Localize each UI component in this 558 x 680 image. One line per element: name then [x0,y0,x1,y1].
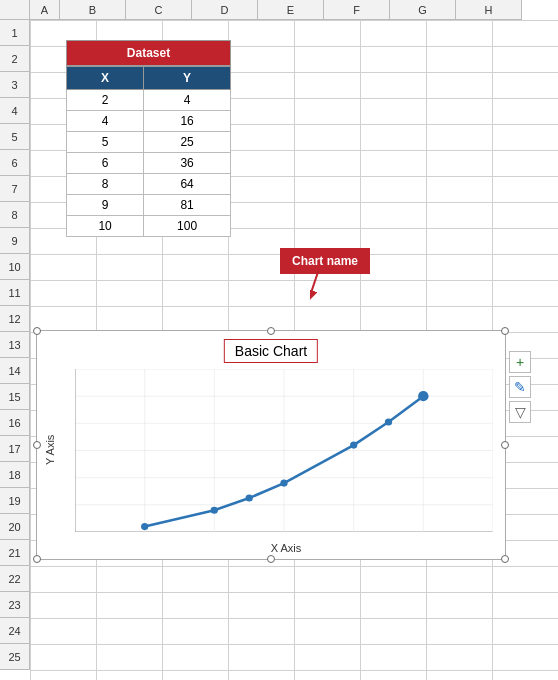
row-header-20[interactable]: 20 [0,514,30,540]
row-header-14[interactable]: 14 [0,358,30,384]
table-row: 2 4 [67,90,231,111]
table-row: 9 81 [67,195,231,216]
col-y-header: Y [144,67,231,90]
row-header-24[interactable]: 24 [0,618,30,644]
chart-brush-button[interactable]: ✎ [509,376,531,398]
cell-y6[interactable]: 100 [144,216,231,237]
cell-y3[interactable]: 36 [144,153,231,174]
data-point-4[interactable] [350,442,357,449]
cell-x4[interactable]: 8 [67,174,144,195]
row-header-23[interactable]: 23 [0,592,30,618]
annotation-arrow-svg [310,266,350,301]
dataset-container: Dataset X Y 2 4 4 16 5 25 [66,40,231,237]
handle-top-right[interactable] [501,327,509,335]
row-header-3[interactable]: 3 [0,72,30,98]
table-row: 5 25 [67,132,231,153]
cell-x1[interactable]: 4 [67,111,144,132]
cell-y2[interactable]: 25 [144,132,231,153]
cell-x3[interactable]: 6 [67,153,144,174]
y-axis-label: Y Axis [42,371,57,529]
chart-title[interactable]: Basic Chart [224,339,318,363]
row-header-22[interactable]: 22 [0,566,30,592]
col-header-f[interactable]: F [324,0,390,20]
cell-x2[interactable]: 5 [67,132,144,153]
row-header-1[interactable]: 1 [0,20,30,46]
handle-mid-right[interactable] [501,441,509,449]
row-header-2[interactable]: 2 [0,46,30,72]
data-table: X Y 2 4 4 16 5 25 6 36 [66,66,231,237]
handle-bot-mid[interactable] [267,555,275,563]
col-header-b[interactable]: B [60,0,126,20]
cell-y5[interactable]: 81 [144,195,231,216]
col-header-g[interactable]: G [390,0,456,20]
data-point-2[interactable] [246,494,253,501]
table-row: 8 64 [67,174,231,195]
col-header-d[interactable]: D [192,0,258,20]
row-header-10[interactable]: 10 [0,254,30,280]
row-header-9[interactable]: 9 [0,228,30,254]
x-axis-label: X Axis [77,542,495,554]
chart-add-button[interactable]: + [509,351,531,373]
handle-bot-right[interactable] [501,555,509,563]
handle-bot-left[interactable] [33,555,41,563]
data-point-1[interactable] [211,507,218,514]
row-header-21[interactable]: 21 [0,540,30,566]
row-header-15[interactable]: 15 [0,384,30,410]
cell-y0[interactable]: 4 [144,90,231,111]
row-header-25[interactable]: 25 [0,644,30,670]
spreadsheet: A B C D E F G H 1 2 3 4 5 6 7 8 9 10 11 … [0,0,558,680]
handle-mid-left[interactable] [33,441,41,449]
row-header-4[interactable]: 4 [0,98,30,124]
row-header-16[interactable]: 16 [0,410,30,436]
row-header-7[interactable]: 7 [0,176,30,202]
chart-svg: 0 20 40 60 80 100 120 0 2 4 6 8 10 12 [75,369,493,532]
data-point-0[interactable] [141,523,148,530]
row-header-17[interactable]: 17 [0,436,30,462]
handle-top-left[interactable] [33,327,41,335]
table-row: 10 100 [67,216,231,237]
chart-name-annotation-wrapper: Chart name [280,248,370,274]
row-header-5[interactable]: 5 [0,124,30,150]
cell-y4[interactable]: 64 [144,174,231,195]
cell-x5[interactable]: 9 [67,195,144,216]
col-header-a[interactable]: A [30,0,60,20]
svg-line-0 [310,266,320,296]
row-header-13[interactable]: 13 [0,332,30,358]
row-header-8[interactable]: 8 [0,202,30,228]
cell-y1[interactable]: 16 [144,111,231,132]
data-point-5[interactable] [385,418,392,425]
chart-filter-button[interactable]: ▽ [509,401,531,423]
cell-x0[interactable]: 2 [67,90,144,111]
col-header-e[interactable]: E [258,0,324,20]
column-headers: A B C D E F G H [0,0,558,20]
row-header-11[interactable]: 11 [0,280,30,306]
row-header-12[interactable]: 12 [0,306,30,332]
corner-cell [0,0,30,20]
row-header-19[interactable]: 19 [0,488,30,514]
row-header-6[interactable]: 6 [0,150,30,176]
chart-buttons: + ✎ ▽ [509,351,531,423]
col-header-c[interactable]: C [126,0,192,20]
col-header-h[interactable]: H [456,0,522,20]
table-row: 4 16 [67,111,231,132]
handle-top-mid[interactable] [267,327,275,335]
cell-x6[interactable]: 10 [67,216,144,237]
dataset-header: Dataset [66,40,231,66]
chart-container[interactable]: Basic Chart Y Axis X Axis 0 20 [36,330,506,560]
row-header-18[interactable]: 18 [0,462,30,488]
table-row: 6 36 [67,153,231,174]
col-x-header: X [67,67,144,90]
data-point-3[interactable] [280,480,287,487]
data-point-6[interactable] [418,391,428,401]
